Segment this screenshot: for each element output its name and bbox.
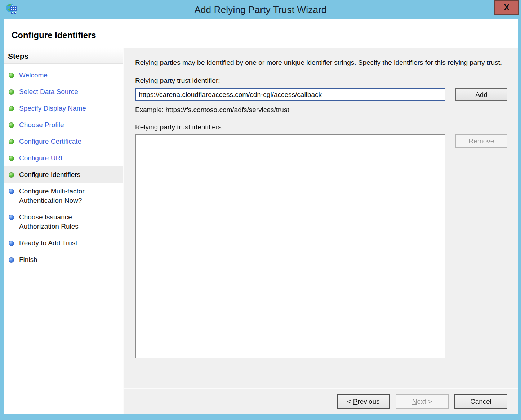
close-button[interactable]: X bbox=[494, 0, 519, 15]
page-title: Configure Identifiers bbox=[12, 30, 518, 40]
sidebar-step-configure-certificate: Configure Certificate bbox=[4, 133, 123, 150]
cancel-button[interactable]: Cancel bbox=[454, 394, 507, 409]
sidebar-step-welcome: Welcome bbox=[4, 67, 123, 84]
sidebar-step-configure-url: Configure URL bbox=[4, 150, 123, 166]
completed-dot-icon bbox=[9, 139, 14, 144]
remove-button[interactable]: Remove bbox=[455, 134, 507, 148]
content-pane: Relying parties may be identified by one… bbox=[124, 48, 518, 388]
sidebar-step-choose-profile: Choose Profile bbox=[4, 117, 123, 133]
sidebar-step-finish: Finish bbox=[4, 251, 123, 268]
sidebar-step-select-data-source: Select Data Source bbox=[4, 84, 123, 100]
identifiers-list-label: Relying party trust identifiers: bbox=[135, 123, 507, 131]
upcoming-dot-icon bbox=[9, 215, 14, 220]
completed-dot-icon bbox=[9, 106, 14, 111]
identifier-field-label: Relying party trust identifier: bbox=[135, 77, 507, 85]
example-text: Example: https://fs.contoso.com/adfs/ser… bbox=[135, 106, 507, 114]
sidebar-step-configure-mfa: Configure Multi-factor Authentication No… bbox=[4, 183, 123, 209]
steps-heading: Steps bbox=[4, 48, 123, 64]
previous-button[interactable]: < Previous bbox=[337, 394, 390, 409]
completed-dot-icon bbox=[9, 122, 14, 128]
upcoming-dot-icon bbox=[9, 241, 14, 246]
add-button[interactable]: Add bbox=[455, 88, 507, 101]
steps-list: Welcome Select Data Source Specify Displ… bbox=[4, 64, 123, 268]
adfs-wizard-icon bbox=[5, 3, 19, 17]
steps-sidebar: Steps Welcome Select Data Source Specify… bbox=[4, 48, 123, 414]
footer-button-bar: < Previous Next > Cancel bbox=[124, 389, 518, 414]
next-button[interactable]: Next > bbox=[396, 394, 449, 409]
intro-text: Relying parties may be identified by one… bbox=[135, 58, 506, 67]
sidebar-step-choose-issuance-rules: Choose Issuance Authorization Rules bbox=[4, 209, 123, 235]
upcoming-dot-icon bbox=[9, 257, 14, 263]
sidebar-step-specify-display-name: Specify Display Name bbox=[4, 100, 123, 117]
wizard-window: Configure Identifiers Steps Welcome Sele… bbox=[4, 19, 518, 414]
title-bar: Add Relying Party Trust Wizard X bbox=[0, 0, 521, 19]
completed-dot-icon bbox=[9, 89, 14, 95]
window-title: Add Relying Party Trust Wizard bbox=[0, 4, 521, 15]
completed-dot-icon bbox=[9, 73, 14, 78]
sidebar-step-configure-identifiers: Configure Identifiers bbox=[4, 166, 123, 183]
completed-dot-icon bbox=[9, 156, 14, 161]
sidebar-step-ready-to-add-trust: Ready to Add Trust bbox=[4, 235, 123, 251]
close-icon: X bbox=[504, 3, 509, 12]
completed-dot-icon bbox=[9, 172, 14, 178]
page-header: Configure Identifiers bbox=[4, 19, 518, 48]
identifier-input[interactable] bbox=[135, 88, 445, 101]
upcoming-dot-icon bbox=[9, 189, 14, 194]
identifiers-listbox[interactable] bbox=[135, 134, 445, 358]
